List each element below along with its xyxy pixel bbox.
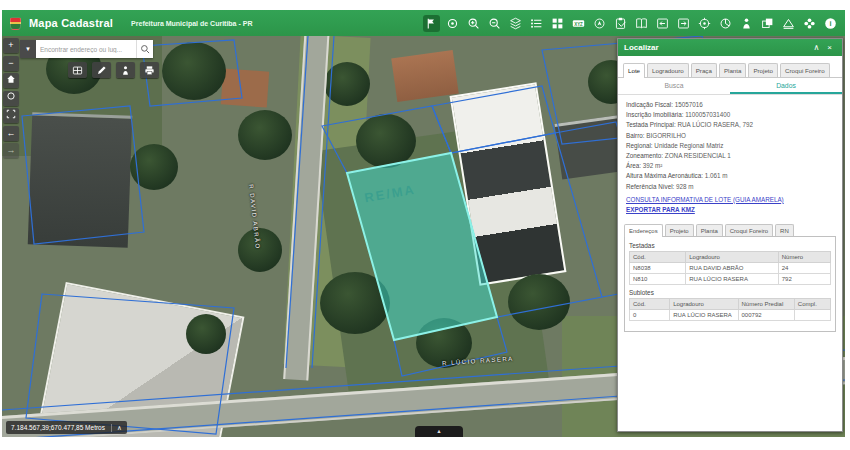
home-extent-button[interactable]	[3, 73, 19, 88]
previous-extent-button[interactable]: ←	[3, 126, 19, 141]
coordinates-xyz-button[interactable]: XYZ	[570, 15, 587, 32]
plot-flower-button[interactable]	[801, 15, 818, 32]
address-tabs: Endereços Projeto Planta Croqui Foreiro …	[624, 223, 836, 236]
exportar-kmz-link[interactable]: EXPORTAR PARA KMZ	[626, 205, 834, 216]
detail-label: Inscrição Imobiliária:	[626, 111, 683, 118]
collapse-icon: ∧	[813, 43, 819, 52]
table-row[interactable]: N810 RUA LÚCIO RASERA 792	[630, 274, 831, 285]
guia-amarela-link[interactable]: CONSULTA INFORMATIVA DE LOTE (GUIA AMARE…	[626, 195, 834, 206]
tab-projeto[interactable]: Projeto	[748, 63, 778, 77]
tab-planta[interactable]: Planta	[719, 63, 747, 77]
info-button[interactable]: i	[822, 15, 839, 32]
basemap-card-icon	[72, 65, 83, 76]
cell: N810	[630, 274, 686, 285]
search-dropdown-button[interactable]: ▼	[20, 40, 36, 58]
target-button[interactable]	[696, 15, 713, 32]
layers-button[interactable]	[507, 15, 524, 32]
full-extent-button[interactable]	[3, 108, 19, 123]
tab-inner-croqui[interactable]: Croqui Foreiro	[725, 224, 773, 236]
pie-chart-button[interactable]	[717, 15, 734, 32]
map-canvas[interactable]: RE/MA R DAVID ABRÃO R LÚCIO RASERA	[2, 36, 845, 437]
subtab-dados[interactable]: Dados	[730, 78, 842, 94]
tab-praca[interactable]: Praça	[691, 63, 717, 77]
arrow-right-icon: →	[7, 145, 16, 155]
geolocate-button[interactable]	[3, 91, 19, 106]
copy-features-button[interactable]	[759, 15, 776, 32]
zoom-out-map-button[interactable]: −	[3, 56, 19, 71]
coordinate-statusbar: 7.184.567,39;670.477,85 Metros ∧	[6, 421, 127, 434]
tree	[508, 274, 570, 330]
testadas-table: Cód. Logradouro Número N8038 RUA DAVID A…	[629, 251, 831, 285]
zoom-out-button[interactable]	[486, 15, 503, 32]
import-view-button[interactable]	[654, 15, 671, 32]
cell: N8038	[630, 263, 686, 274]
tab-enderecos[interactable]: Endereços	[624, 224, 663, 237]
coordinates-xyz-icon: XYZ	[572, 17, 585, 30]
statusbar-collapse-icon[interactable]: ∧	[111, 424, 122, 432]
search-bar: ▼	[20, 40, 153, 58]
select-flag-button[interactable]	[423, 15, 440, 32]
bottom-panel-expander[interactable]: ▲	[415, 426, 463, 437]
street-person-button[interactable]	[738, 15, 755, 32]
street-view-button[interactable]	[116, 62, 135, 78]
coordinates-readout: 7.184.567,39;670.477,85 Metros	[11, 424, 105, 431]
search-submit-button[interactable]	[136, 40, 153, 58]
subtab-busca[interactable]: Busca	[618, 78, 730, 94]
measure-pencil-button[interactable]	[92, 62, 111, 78]
tab-inner-planta[interactable]: Planta	[696, 224, 723, 236]
measure-triangle-button[interactable]	[780, 15, 797, 32]
cell: 792	[778, 274, 830, 285]
book-pages-icon	[635, 17, 648, 30]
table-row[interactable]: N8038 RUA DAVID ABRÃO 24	[630, 263, 831, 274]
tab-logradouro[interactable]: Logradouro	[647, 63, 689, 77]
printer-icon	[144, 65, 155, 76]
cell: 24	[778, 263, 830, 274]
tab-inner-rn[interactable]: RN	[775, 224, 794, 236]
detail-value: BIGORRILHO	[646, 132, 686, 139]
draw-compass-icon	[593, 17, 606, 30]
apps-grid-button[interactable]	[549, 15, 566, 32]
search-input[interactable]	[36, 40, 136, 58]
zoom-out-icon	[488, 17, 501, 30]
building	[221, 68, 269, 107]
export-view-button[interactable]	[675, 15, 692, 32]
app-title: Mapa Cadastral	[29, 17, 113, 29]
svg-text:XYZ: XYZ	[574, 21, 583, 26]
select-flag-icon	[425, 17, 438, 30]
pan-hand-button[interactable]	[444, 15, 461, 32]
zoom-in-map-button[interactable]: +	[3, 38, 19, 53]
cell: RUA LÚCIO RASERA	[686, 274, 778, 285]
table-row[interactable]: 0 RUA LÚCIO RASERA 000792	[630, 310, 831, 321]
panel-collapse-button[interactable]: ∧	[809, 43, 823, 52]
detail-value: 1.061 m	[705, 172, 728, 179]
panel-titlebar: Localizar ∧ ×	[618, 39, 842, 56]
tab-croqui-foreiro[interactable]: Croqui Foreiro	[780, 63, 830, 77]
zoom-in-button[interactable]	[465, 15, 482, 32]
magnifier-icon	[140, 44, 150, 54]
tab-lote[interactable]: Lote	[623, 63, 645, 78]
next-extent-button[interactable]: →	[3, 143, 19, 158]
person-icon	[120, 65, 131, 76]
column-header: Cód.	[630, 299, 670, 310]
book-pages-button[interactable]	[633, 15, 650, 32]
draw-compass-button[interactable]	[591, 15, 608, 32]
detail-label: Regional:	[626, 142, 653, 149]
detail-label: Altura Máxima Aeronáutica:	[626, 172, 703, 179]
panel-close-button[interactable]: ×	[823, 43, 836, 52]
column-header: Número	[778, 252, 830, 263]
tab-inner-projeto[interactable]: Projeto	[665, 224, 694, 236]
export-view-icon	[677, 17, 690, 30]
pencil-icon	[96, 65, 107, 76]
column-header: Logradouro	[670, 299, 738, 310]
basemap-card-button[interactable]	[68, 62, 87, 78]
info-icon: i	[824, 17, 837, 30]
legend-list-button[interactable]	[528, 15, 545, 32]
detail-label: Indicação Fiscal:	[626, 101, 673, 108]
cell: 000792	[738, 310, 794, 321]
detail-label: Bairro:	[626, 132, 645, 139]
column-header: Cód.	[630, 252, 686, 263]
print-button[interactable]	[140, 62, 159, 78]
clipboard-edit-button[interactable]	[612, 15, 629, 32]
pie-chart-icon	[719, 17, 732, 30]
close-icon: ×	[827, 43, 832, 52]
